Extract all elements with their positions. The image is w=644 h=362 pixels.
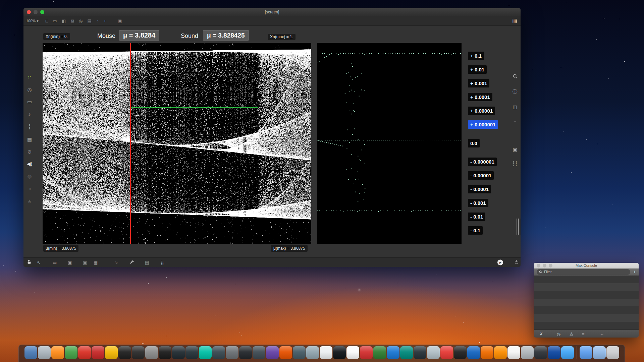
power-icon[interactable]	[514, 259, 519, 265]
clock-icon[interactable]: ◷	[557, 331, 560, 336]
new-message-icon[interactable]: ▭	[53, 18, 57, 23]
dock-app-icon[interactable]	[212, 346, 225, 359]
zoom-level[interactable]: 100% ▾	[26, 19, 39, 23]
increment-button[interactable]: + 0.01	[468, 65, 487, 74]
dock-app-icon[interactable]	[373, 346, 386, 359]
mu-min-label[interactable]: μ(min) = 3.80875	[43, 245, 78, 252]
dock-app-icon[interactable]	[481, 346, 493, 359]
dock-app-icon[interactable]	[333, 346, 346, 359]
decrement-button[interactable]: - 0.0001	[468, 185, 491, 193]
close-button[interactable]	[27, 10, 31, 14]
bifurcation-plot[interactable]	[43, 43, 311, 244]
dock-app-icon[interactable]	[172, 346, 185, 359]
cut-dim-icon[interactable]: ∿	[114, 260, 118, 265]
sound-plot[interactable]	[317, 43, 462, 244]
layers-icon[interactable]: ▣	[68, 260, 72, 265]
group-icon[interactable]: ▣	[83, 260, 87, 265]
piano-icon[interactable]: ▤	[145, 260, 149, 265]
titlebar[interactable]: [screen]	[23, 8, 521, 16]
sidebar-panes-icon[interactable]: ◫	[511, 104, 519, 110]
new-toggle-icon[interactable]: ⊠	[70, 18, 74, 23]
dock-app-icon[interactable]	[199, 346, 212, 359]
dock-app-icon[interactable]	[494, 346, 507, 359]
dock-app-icon[interactable]	[320, 346, 332, 359]
mu-max-label[interactable]: μ(max) = 3.86875	[271, 245, 308, 252]
new-button-icon[interactable]: ◎	[79, 18, 83, 23]
print-icon[interactable]: ▣	[118, 18, 122, 23]
favorites-dim-icon[interactable]: ★	[25, 198, 34, 204]
dock-app-icon[interactable]	[51, 346, 64, 359]
dock-app-icon[interactable]	[266, 346, 279, 359]
dock-app-icon[interactable]	[78, 346, 91, 359]
dock-app-icon[interactable]	[346, 346, 359, 359]
dock-folder-icon[interactable]	[580, 346, 592, 359]
dock-app-icon[interactable]	[507, 346, 520, 359]
dock-app-icon[interactable]	[279, 346, 292, 359]
increment-button[interactable]: + 0.0001	[468, 93, 492, 101]
console-traffic-lights[interactable]	[537, 264, 552, 267]
dock-app-icon[interactable]	[118, 346, 131, 359]
dock-app-icon[interactable]	[92, 346, 104, 359]
xn-min-label[interactable]: Xn(min) = 0.	[43, 33, 70, 40]
decrement-button[interactable]: - 0.1	[468, 226, 483, 235]
back-icon[interactable]: ←	[600, 331, 604, 336]
decrement-button[interactable]: - 0.01	[468, 213, 485, 221]
list-icon[interactable]: ≡	[582, 331, 585, 336]
warning-icon[interactable]: ⚠	[570, 331, 574, 336]
zoom-window-button[interactable]	[40, 10, 44, 14]
info-dim-icon[interactable]: ◍	[25, 173, 34, 179]
dock-app-icon[interactable]	[440, 346, 453, 359]
dotgrid-icon[interactable]: ⣿	[161, 260, 164, 265]
dock-app-icon[interactable]	[360, 346, 373, 359]
increment-button[interactable]: + 0.00001	[468, 107, 495, 115]
dock-app-icon[interactable]	[306, 346, 319, 359]
new-comment-icon[interactable]: ◧	[62, 18, 66, 23]
scrollbar-indicator[interactable]	[517, 219, 520, 235]
dock-app-icon[interactable]	[24, 346, 37, 359]
dock-app-icon[interactable]	[561, 346, 574, 359]
dock-app-icon[interactable]	[132, 346, 145, 359]
dock-app-icon[interactable]	[534, 346, 547, 359]
speaker-icon[interactable]: ◀)	[25, 161, 34, 167]
comment-tool-icon[interactable]: ▭	[53, 260, 57, 265]
dock-app-icon[interactable]	[414, 346, 426, 359]
attachment-icon[interactable]: ⊘	[25, 149, 34, 155]
dock-app-icon[interactable]	[159, 346, 171, 359]
dock-app-icon[interactable]	[145, 346, 158, 359]
dock-app-icon[interactable]	[454, 346, 467, 359]
midi-note-icon[interactable]: ♪	[25, 111, 34, 117]
clear-icon[interactable]: ✗	[539, 331, 543, 336]
trash-icon[interactable]	[606, 346, 619, 359]
lock-icon[interactable]	[27, 259, 32, 265]
new-slider-icon[interactable]: ▤	[87, 18, 91, 23]
sequencer-icon[interactable]: ┋	[25, 124, 34, 130]
grid-toggle-icon[interactable]: ⣿⣿	[512, 18, 517, 23]
dock-app-icon[interactable]	[293, 346, 306, 359]
dock-app-icon[interactable]	[65, 346, 77, 359]
increment-button[interactable]: + 0.000001	[468, 120, 498, 129]
xn-max-label[interactable]: Xn(max) = 1.	[268, 34, 296, 40]
lessons-dots-icon[interactable]: ⠖	[25, 74, 34, 80]
dock-app-icon[interactable]	[226, 346, 238, 359]
sound-mu-display[interactable]: μ = 3.828425	[203, 30, 249, 41]
dock-app-icon[interactable]	[253, 346, 265, 359]
snapshot-icon[interactable]: ▣	[511, 147, 519, 152]
record-icon[interactable]: ◎	[25, 87, 34, 93]
decrement-button[interactable]: - 0.000001	[468, 158, 497, 166]
dock-app-icon[interactable]	[548, 346, 560, 359]
increment-button[interactable]: + 0.001	[468, 79, 489, 87]
decrement-button[interactable]: - 0.00001	[468, 171, 494, 180]
console-filter-input[interactable]	[543, 270, 628, 274]
grid-icon[interactable]: ▦	[94, 260, 98, 265]
run-button[interactable]: ▶	[497, 259, 503, 265]
console-titlebar[interactable]: Max Console	[534, 263, 639, 268]
console-list-icon[interactable]: ≡	[511, 119, 519, 125]
console-add-button[interactable]: +	[633, 269, 636, 275]
search-icon[interactable]	[511, 74, 519, 80]
minimize-button[interactable]	[34, 10, 38, 14]
increment-button[interactable]: + 0.1	[468, 52, 484, 60]
mixer-icon[interactable]: ┆┆	[511, 161, 519, 166]
object-rect-icon[interactable]: ▭	[25, 99, 34, 105]
inspector-icon[interactable]: ⓘ	[511, 89, 519, 95]
dock-app-icon[interactable]	[239, 346, 252, 359]
